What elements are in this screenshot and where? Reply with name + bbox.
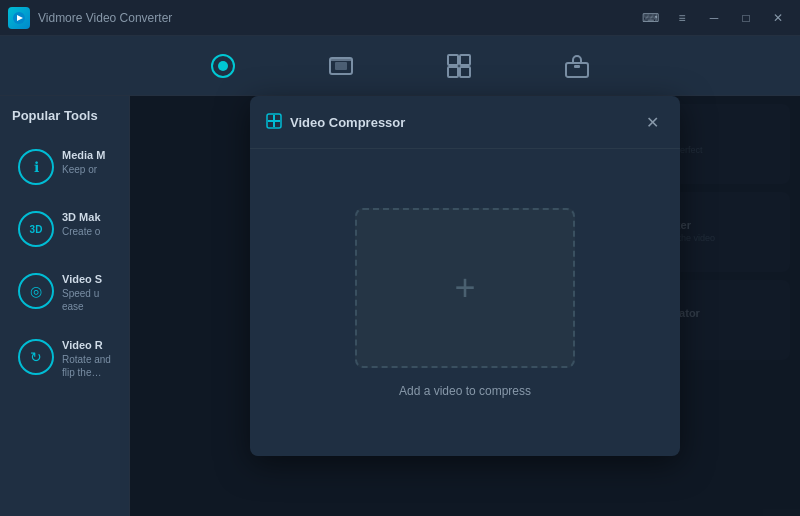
main-area: Popular Tools ℹ Media M Keep or 3D 3D Ma… — [0, 96, 800, 516]
3d-maker-icon: 3D — [18, 211, 54, 247]
video-reverser-icon: ↻ — [18, 339, 54, 375]
upload-area[interactable]: + — [355, 208, 575, 368]
svg-rect-9 — [448, 67, 458, 77]
app-title: Vidmore Video Converter — [38, 11, 172, 25]
sidebar-item-video-reverser[interactable]: ↻ Video R Rotate and flip the video as y… — [6, 327, 123, 391]
upload-plus-icon: + — [454, 270, 475, 306]
3d-maker-name: 3D Mak — [62, 211, 111, 223]
svg-rect-10 — [460, 67, 470, 77]
svg-rect-12 — [574, 65, 580, 68]
title-bar-left: Vidmore Video Converter — [8, 7, 172, 29]
video-reverser-desc: Rotate and flip the video as you like — [62, 353, 111, 379]
right-area: GIF Maker IF with your video 3D 3D Maker… — [130, 96, 800, 516]
sidebar-item-video-speed[interactable]: ◎ Video S Speed u ease — [6, 261, 123, 325]
modal-header: Video Compressor ✕ — [250, 96, 680, 149]
sidebar-item-media-metadata[interactable]: ℹ Media M Keep or — [6, 137, 123, 197]
video-speed-name: Video S — [62, 273, 111, 285]
svg-point-3 — [218, 61, 228, 71]
close-btn[interactable]: ✕ — [764, 7, 792, 29]
video-reverser-name: Video R — [62, 339, 111, 351]
trim-tab[interactable] — [430, 45, 488, 87]
media-metadata-icon: ℹ — [18, 149, 54, 185]
top-nav — [0, 36, 800, 96]
media-metadata-name: Media M — [62, 149, 111, 161]
media-metadata-desc: Keep or — [62, 163, 111, 176]
app-logo — [8, 7, 30, 29]
video-compressor-modal: Video Compressor ✕ + Add a video to comp… — [250, 96, 680, 456]
menu-btn[interactable]: ≡ — [668, 7, 696, 29]
upload-label: Add a video to compress — [399, 384, 531, 398]
modal-title-icon — [266, 113, 282, 132]
sidebar-item-3d-maker[interactable]: 3D 3D Mak Create o — [6, 199, 123, 259]
title-bar: Vidmore Video Converter ⌨ ≡ ─ □ ✕ — [0, 0, 800, 36]
video-speed-icon: ◎ — [18, 273, 54, 309]
convert-tab[interactable] — [194, 45, 252, 87]
modal-title: Video Compressor — [290, 115, 405, 130]
sidebar-title: Popular Tools — [0, 108, 129, 135]
keyboard-btn[interactable]: ⌨ — [636, 7, 664, 29]
video-speed-desc: Speed u ease — [62, 287, 111, 313]
maximize-btn[interactable]: □ — [732, 7, 760, 29]
svg-rect-5 — [335, 62, 347, 70]
edit-tab[interactable] — [312, 45, 370, 87]
svg-rect-6 — [330, 58, 352, 61]
modal-body: + Add a video to compress — [250, 149, 680, 456]
minimize-btn[interactable]: ─ — [700, 7, 728, 29]
svg-rect-8 — [460, 55, 470, 65]
window-controls: ⌨ ≡ ─ □ ✕ — [636, 7, 792, 29]
modal-close-button[interactable]: ✕ — [640, 110, 664, 134]
sidebar: Popular Tools ℹ Media M Keep or 3D 3D Ma… — [0, 96, 130, 516]
toolbox-tab[interactable] — [548, 45, 606, 87]
modal-overlay: Video Compressor ✕ + Add a video to comp… — [130, 96, 800, 516]
3d-maker-desc: Create o — [62, 225, 111, 238]
svg-rect-7 — [448, 55, 458, 65]
